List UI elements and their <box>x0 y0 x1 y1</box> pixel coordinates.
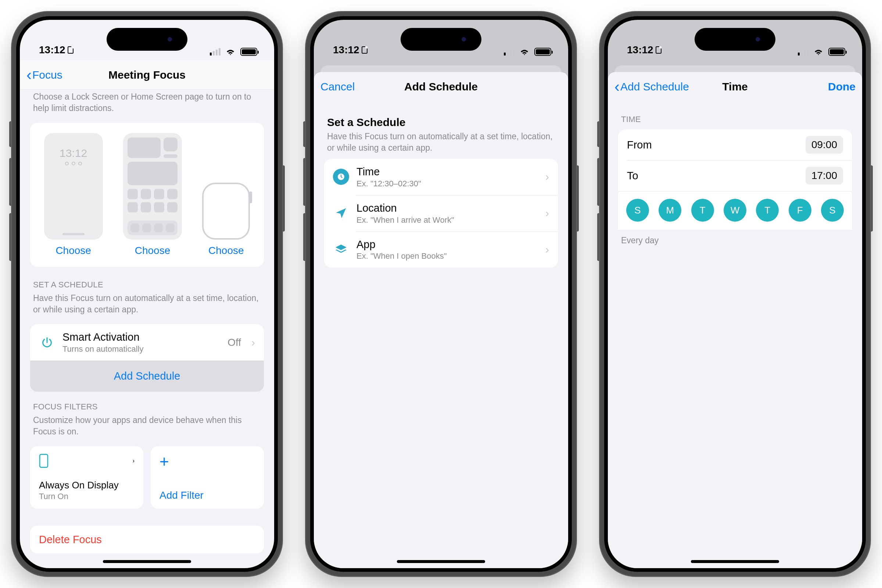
from-row[interactable]: From 09:00 <box>618 129 852 160</box>
svg-rect-0 <box>40 454 48 467</box>
home-indicator[interactable] <box>691 560 779 563</box>
option-title: Location <box>357 202 535 214</box>
option-sub: Ex. "When I arrive at Work" <box>357 215 535 225</box>
to-value[interactable]: 17:00 <box>806 167 843 184</box>
location-icon <box>333 205 349 221</box>
filter-card-aod[interactable]: › Always On Display Turn On <box>30 446 143 508</box>
filter-sub: Turn On <box>39 492 135 501</box>
from-label: From <box>627 138 798 152</box>
app-stack-icon <box>333 242 349 258</box>
sim-icon <box>68 46 74 54</box>
to-row[interactable]: To 17:00 <box>618 160 852 191</box>
dynamic-island <box>400 28 482 51</box>
schedule-sub: Have this Focus turn on automatically at… <box>327 131 555 154</box>
sim-icon <box>362 46 368 54</box>
sim-icon <box>656 46 662 54</box>
to-label: To <box>627 170 798 182</box>
schedule-options-card: Time Ex. "12:30–02:30" › Location Ex. "W… <box>324 159 558 267</box>
status-time: 13:12 <box>627 44 653 56</box>
day-wed[interactable]: W <box>724 199 746 222</box>
schedule-section-hint: Have this Focus turn on automatically at… <box>20 292 274 321</box>
phone-icon <box>39 454 48 468</box>
option-time[interactable]: Time Ex. "12:30–02:30" › <box>324 159 558 195</box>
modal-sheet: Cancel Add Schedule Set a Schedule Have … <box>314 72 568 568</box>
back-label: Focus <box>32 69 63 81</box>
day-picker: S M T W T F S <box>618 192 852 230</box>
option-location[interactable]: Location Ex. "When I arrive at Work" › <box>324 195 558 231</box>
status-time: 13:12 <box>333 44 359 56</box>
customize-hint: Choose a Lock Screen or Home Screen page… <box>20 90 274 120</box>
phone-frame-3: 13:12 ‹ Add Schedule Time Done TIME <box>599 11 871 577</box>
schedule-header: Set a Schedule <box>327 116 555 129</box>
sheet-title: Time <box>722 81 747 93</box>
add-schedule-label: Add Schedule <box>114 370 180 382</box>
home-indicator[interactable] <box>103 560 191 563</box>
back-button[interactable]: ‹ Add Schedule <box>615 79 689 94</box>
status-time: 13:12 <box>39 44 65 56</box>
chevron-right-icon: › <box>248 336 255 349</box>
day-thu[interactable]: T <box>756 199 779 222</box>
day-sun[interactable]: S <box>626 199 649 222</box>
day-tue[interactable]: T <box>691 199 714 222</box>
done-button[interactable]: Done <box>828 81 855 93</box>
home-screen-preview[interactable] <box>123 133 182 240</box>
choose-lock-button[interactable]: Choose <box>56 245 91 256</box>
schedule-section-header: SET A SCHEDULE <box>20 270 274 292</box>
clock-icon <box>333 169 349 185</box>
filters-section-hint: Customize how your apps and device behav… <box>20 414 274 443</box>
chevron-right-icon: › <box>542 171 549 183</box>
wifi-icon <box>225 48 236 56</box>
option-title: Time <box>357 165 535 178</box>
choose-watch-button[interactable]: Choose <box>208 245 244 256</box>
chevron-right-icon: › <box>542 207 549 219</box>
filters-section-header: FOCUS FILTERS <box>20 392 274 414</box>
chevron-right-icon: › <box>133 458 135 464</box>
option-sub: Ex. "When I open Books" <box>357 251 535 261</box>
chevron-left-icon: ‹ <box>615 79 620 94</box>
phone-frame-2: 13:12 Cancel Add Schedule Set a Schedule… <box>305 11 577 577</box>
smart-activation-value: Off <box>228 337 241 348</box>
dynamic-island <box>694 28 776 51</box>
back-button[interactable]: ‹ Focus <box>27 67 63 82</box>
cancel-button[interactable]: Cancel <box>321 81 355 93</box>
smart-activation-title: Smart Activation <box>63 331 220 344</box>
sheet-title: Add Schedule <box>404 81 478 93</box>
day-fri[interactable]: F <box>789 199 812 222</box>
smart-activation-row[interactable]: Smart Activation Turns on automatically … <box>30 324 264 360</box>
plus-icon: + <box>159 453 255 470</box>
back-label: Add Schedule <box>620 81 689 93</box>
customize-screens-card: 13:12 Choose Choose <box>30 123 264 267</box>
day-mon[interactable]: M <box>658 199 681 222</box>
from-value[interactable]: 09:00 <box>806 136 843 154</box>
nav-bar: ‹ Focus Meeting Focus <box>20 60 274 90</box>
add-schedule-button[interactable]: Add Schedule <box>30 360 264 392</box>
choose-home-button[interactable]: Choose <box>135 245 171 256</box>
lock-screen-preview[interactable]: 13:12 <box>44 133 103 240</box>
modal-sheet: ‹ Add Schedule Time Done TIME From 09:00… <box>608 72 862 568</box>
add-filter-label: Add Filter <box>159 489 255 501</box>
delete-focus-label: Delete Focus <box>39 534 102 546</box>
battery-icon <box>828 48 845 56</box>
battery-icon <box>534 48 551 56</box>
watch-preview[interactable] <box>202 183 250 240</box>
wifi-icon <box>519 48 530 56</box>
option-title: App <box>357 238 535 251</box>
option-app[interactable]: App Ex. "When I open Books" › <box>324 231 558 268</box>
battery-icon <box>240 48 257 56</box>
delete-focus-button[interactable]: Delete Focus <box>30 525 264 554</box>
page-title: Meeting Focus <box>108 69 186 81</box>
phone-frame-1: 13:12 ‹ Focus Meeting Focus Choose a Loc… <box>11 11 283 577</box>
chevron-right-icon: › <box>542 243 549 256</box>
home-indicator[interactable] <box>397 560 485 563</box>
cellular-icon <box>504 48 514 56</box>
chevron-left-icon: ‹ <box>27 67 32 82</box>
cellular-icon <box>798 48 808 56</box>
cellular-icon <box>210 48 220 56</box>
filter-title: Always On Display <box>39 480 135 491</box>
dynamic-island <box>106 28 188 51</box>
power-icon <box>39 334 55 351</box>
add-filter-card[interactable]: + Add Filter <box>151 446 264 508</box>
wifi-icon <box>813 48 824 56</box>
day-sat[interactable]: S <box>821 199 844 222</box>
time-section-header: TIME <box>608 101 862 126</box>
